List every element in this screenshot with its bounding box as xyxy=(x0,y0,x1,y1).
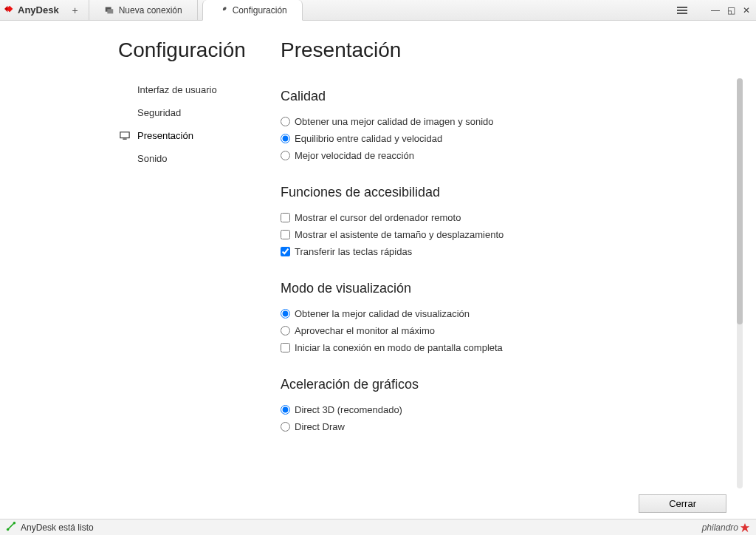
svg-rect-4 xyxy=(120,132,129,137)
option-label: Direct 3D (recomendado) xyxy=(295,404,402,415)
gfx-directdraw[interactable]: Direct Draw xyxy=(281,418,726,435)
sidebar-item-label: Seguridad xyxy=(137,107,181,118)
section-quality-title: Calidad xyxy=(281,89,726,104)
tab-label: Configuración xyxy=(233,5,287,16)
new-tab-button[interactable]: + xyxy=(66,0,84,20)
connection-icon xyxy=(104,5,114,16)
tab-new-connection[interactable]: Nueva conexión xyxy=(89,0,198,20)
access-transfer-hotkeys[interactable]: Transferir las teclas rápidas xyxy=(281,243,726,260)
svg-rect-3 xyxy=(107,9,113,13)
option-label: Iniciar la conexión en modo de pantalla … xyxy=(295,342,503,353)
access-show-cursor[interactable]: Mostrar el cursor del ordenador remoto xyxy=(281,209,726,226)
view-best-quality[interactable]: Obtener la mejor calidad de visualizació… xyxy=(281,305,726,322)
settings-main: Presentación Calidad Obtener una mejor c… xyxy=(281,21,756,519)
content-area: Configuración Interfaz de usuario Seguri… xyxy=(0,21,756,519)
status-bar: AnyDesk está listo philandro xyxy=(0,519,756,535)
minimize-button[interactable]: — xyxy=(711,5,720,16)
status-ready-icon xyxy=(6,521,16,534)
window-controls: — ◱ ✕ xyxy=(671,0,756,20)
sidebar-item-ui[interactable]: Interfaz de usuario xyxy=(118,78,281,101)
checkbox-input[interactable] xyxy=(281,230,290,239)
radio-input[interactable] xyxy=(281,309,290,318)
option-label: Aprovechar el monitor al máximo xyxy=(295,325,435,336)
section-accessibility-title: Funciones de accesibilidad xyxy=(281,185,726,200)
option-label: Obtener una mejor calidad de imagen y so… xyxy=(295,116,494,127)
status-text: AnyDesk está listo xyxy=(21,522,94,533)
quality-option-speed[interactable]: Mejor velocidad de reacción xyxy=(281,147,726,164)
checkbox-input[interactable] xyxy=(281,247,290,256)
wrench-icon xyxy=(218,5,228,16)
option-label: Mostrar el asistente de tamaño y desplaz… xyxy=(295,229,504,240)
svg-rect-5 xyxy=(123,138,126,139)
hamburger-menu-icon[interactable] xyxy=(677,7,687,14)
view-fullscreen-start[interactable]: Iniciar la conexión en modo de pantalla … xyxy=(281,339,726,356)
sidebar-title: Configuración xyxy=(118,38,281,62)
view-max-monitor[interactable]: Aprovechar el monitor al máximo xyxy=(281,322,726,339)
vendor-brand: philandro xyxy=(702,522,750,533)
main-title: Presentación xyxy=(281,38,756,62)
anydesk-logo-icon xyxy=(4,4,15,16)
close-button[interactable]: Cerrar xyxy=(639,494,726,513)
maximize-button[interactable]: ◱ xyxy=(727,5,735,16)
app-brand: AnyDesk xyxy=(0,0,66,20)
section-graphics-title: Aceleración de gráficos xyxy=(281,377,726,392)
radio-input[interactable] xyxy=(281,134,290,143)
section-viewmode-title: Modo de visualización xyxy=(281,281,726,296)
radio-input[interactable] xyxy=(281,422,290,432)
sidebar-item-sound[interactable]: Sonido xyxy=(118,147,281,170)
checkbox-input[interactable] xyxy=(281,213,290,222)
svg-point-7 xyxy=(13,522,16,525)
gfx-direct3d[interactable]: Direct 3D (recomendado) xyxy=(281,401,726,418)
quality-option-balance[interactable]: Equilibrio entre calidad y velocidad xyxy=(281,130,726,147)
access-show-assistant[interactable]: Mostrar el asistente de tamaño y desplaz… xyxy=(281,226,726,243)
radio-input[interactable] xyxy=(281,326,290,335)
quality-option-best[interactable]: Obtener una mejor calidad de imagen y so… xyxy=(281,113,726,130)
checkbox-input[interactable] xyxy=(281,343,290,352)
app-name: AnyDesk xyxy=(18,4,59,16)
tab-settings[interactable]: Configuración xyxy=(202,0,303,21)
sidebar-item-label: Interfaz de usuario xyxy=(137,84,217,95)
radio-input[interactable] xyxy=(281,151,290,160)
title-bar: AnyDesk + Nueva conexión Configuración —… xyxy=(0,0,756,21)
sidebar-item-label: Sonido xyxy=(137,153,167,164)
svg-marker-1 xyxy=(4,6,7,13)
sidebar-item-presentation[interactable]: Presentación xyxy=(118,124,281,147)
radio-input[interactable] xyxy=(281,117,290,126)
sidebar-item-security[interactable]: Seguridad xyxy=(118,101,281,124)
tab-label: Nueva conexión xyxy=(119,5,182,16)
option-label: Obtener la mejor calidad de visualizació… xyxy=(295,308,470,319)
option-label: Direct Draw xyxy=(295,421,345,432)
settings-sidebar: Configuración Interfaz de usuario Seguri… xyxy=(0,21,281,519)
sidebar-item-label: Presentación xyxy=(137,130,193,141)
option-label: Transferir las teclas rápidas xyxy=(295,246,412,257)
close-window-button[interactable]: ✕ xyxy=(743,5,750,16)
svg-point-6 xyxy=(7,528,10,531)
option-label: Mejor velocidad de reacción xyxy=(295,150,414,161)
radio-input[interactable] xyxy=(281,405,290,415)
settings-scroll[interactable]: Calidad Obtener una mejor calidad de ima… xyxy=(281,78,756,488)
option-label: Mostrar el cursor del ordenador remoto xyxy=(295,212,461,223)
monitor-icon xyxy=(118,131,131,141)
option-label: Equilibrio entre calidad y velocidad xyxy=(295,133,442,144)
dialog-footer: Cerrar xyxy=(281,488,756,519)
